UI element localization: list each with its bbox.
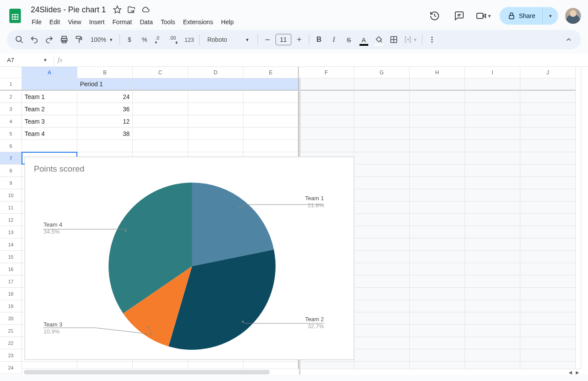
- cell[interactable]: [243, 91, 299, 103]
- font-select[interactable]: Roboto▼: [202, 33, 255, 47]
- cell[interactable]: [243, 140, 299, 152]
- cell[interactable]: [299, 128, 354, 140]
- row-header[interactable]: 10: [0, 189, 22, 201]
- column-header[interactable]: F: [299, 67, 354, 78]
- row-header[interactable]: 19: [0, 300, 22, 312]
- cell[interactable]: [354, 201, 410, 214]
- meet-icon[interactable]: ▼: [475, 7, 493, 25]
- cell[interactable]: [410, 103, 465, 115]
- cell[interactable]: [410, 165, 465, 177]
- paint-format-icon[interactable]: [72, 33, 86, 47]
- menu-format[interactable]: Format: [109, 17, 135, 27]
- cell[interactable]: [465, 201, 520, 214]
- cell[interactable]: [465, 300, 520, 312]
- increase-decimal-icon[interactable]: .00: [167, 33, 181, 47]
- cell[interactable]: [465, 165, 520, 177]
- cell[interactable]: [410, 140, 465, 152]
- cell[interactable]: [465, 325, 520, 337]
- borders-icon[interactable]: [387, 33, 401, 47]
- cell[interactable]: [520, 312, 576, 325]
- scrollbar-thumb[interactable]: [24, 370, 270, 374]
- more-toolbar-icon[interactable]: [425, 33, 439, 47]
- cell[interactable]: [520, 165, 576, 177]
- cell[interactable]: Team 1: [22, 91, 77, 103]
- row-header[interactable]: 11: [0, 201, 22, 214]
- cell[interactable]: [299, 91, 354, 103]
- cell[interactable]: [520, 349, 576, 362]
- cell[interactable]: [465, 214, 520, 226]
- cell[interactable]: [465, 177, 520, 189]
- cell[interactable]: [410, 312, 465, 325]
- cell[interactable]: [465, 263, 520, 275]
- cell[interactable]: [410, 300, 465, 312]
- cell[interactable]: [188, 91, 243, 103]
- select-all-corner[interactable]: [0, 67, 22, 78]
- cell[interactable]: [77, 140, 133, 152]
- cell[interactable]: [520, 325, 576, 337]
- cell[interactable]: [465, 251, 520, 263]
- cell[interactable]: [465, 91, 520, 103]
- cell[interactable]: [299, 115, 354, 128]
- formula-input[interactable]: [66, 54, 588, 66]
- cell[interactable]: [22, 78, 77, 91]
- row-header[interactable]: 12: [0, 214, 22, 226]
- currency-icon[interactable]: $: [123, 33, 137, 47]
- cell[interactable]: [520, 226, 576, 238]
- cell[interactable]: [299, 103, 354, 115]
- cloud-status-icon[interactable]: [140, 4, 151, 15]
- menu-data[interactable]: Data: [136, 17, 156, 27]
- cell[interactable]: [188, 128, 243, 140]
- cell[interactable]: [299, 78, 354, 91]
- row-header[interactable]: 13: [0, 226, 22, 238]
- cell[interactable]: [465, 226, 520, 238]
- horizontal-scrollbar[interactable]: ◀ ▶: [0, 369, 581, 375]
- cell[interactable]: [354, 251, 410, 263]
- cell[interactable]: [354, 78, 410, 91]
- bold-icon[interactable]: B: [312, 33, 326, 47]
- cell[interactable]: [188, 103, 243, 115]
- row-header[interactable]: 16: [0, 263, 22, 275]
- cell[interactable]: [520, 128, 576, 140]
- column-header[interactable]: E: [243, 67, 299, 78]
- cell[interactable]: [243, 128, 299, 140]
- cell[interactable]: [520, 288, 576, 300]
- row-header[interactable]: 7: [0, 152, 22, 165]
- redo-icon[interactable]: [42, 33, 56, 47]
- menu-insert[interactable]: Insert: [86, 17, 108, 27]
- cell[interactable]: [410, 201, 465, 214]
- column-header[interactable]: J: [520, 67, 576, 78]
- cell[interactable]: Team 3: [22, 115, 77, 128]
- menu-view[interactable]: View: [65, 17, 85, 27]
- collapse-toolbar-icon[interactable]: [562, 33, 576, 47]
- search-menus-icon[interactable]: [12, 33, 26, 47]
- spreadsheet-grid[interactable]: ABCDEFGHIJ1Period 12Team 1243Team 2364Te…: [0, 67, 588, 375]
- cell[interactable]: [354, 177, 410, 189]
- cell[interactable]: [410, 115, 465, 128]
- cell[interactable]: [354, 300, 410, 312]
- row-header[interactable]: 6: [0, 140, 22, 152]
- cell[interactable]: [465, 288, 520, 300]
- cell[interactable]: [520, 238, 576, 251]
- cell[interactable]: [410, 275, 465, 288]
- cell[interactable]: [465, 312, 520, 325]
- cell[interactable]: [410, 325, 465, 337]
- cell[interactable]: [465, 337, 520, 349]
- cell[interactable]: [520, 214, 576, 226]
- increase-font-icon[interactable]: +: [292, 33, 306, 47]
- cell[interactable]: [410, 189, 465, 201]
- sheets-logo[interactable]: [7, 7, 25, 25]
- row-header[interactable]: 3: [0, 103, 22, 115]
- cell[interactable]: [299, 140, 354, 152]
- font-size-input[interactable]: [276, 34, 291, 45]
- comments-icon[interactable]: [450, 7, 468, 25]
- cell[interactable]: [520, 177, 576, 189]
- decrease-font-icon[interactable]: −: [261, 33, 275, 47]
- row-header[interactable]: 4: [0, 115, 22, 128]
- row-header[interactable]: 8: [0, 165, 22, 177]
- text-color-icon[interactable]: A: [357, 33, 371, 47]
- cell[interactable]: 38: [77, 128, 133, 140]
- percent-icon[interactable]: %: [138, 33, 152, 47]
- row-header[interactable]: 15: [0, 251, 22, 263]
- row-header[interactable]: 24: [0, 362, 22, 374]
- cell[interactable]: [465, 140, 520, 152]
